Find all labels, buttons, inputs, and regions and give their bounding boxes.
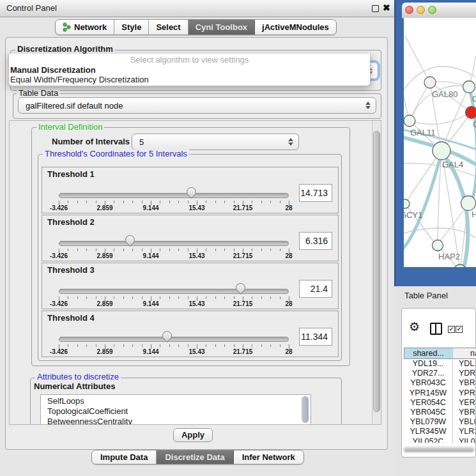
cell-name[interactable]: YBR0 [455, 408, 475, 417]
tick-mark [123, 344, 124, 347]
threshold-value-field[interactable]: 11.344 [299, 328, 332, 346]
cell-name[interactable]: YIL0 [455, 437, 475, 443]
dropdown-option-manual[interactable]: Manual Discretization [10, 65, 96, 75]
tab-cyni-toolbox[interactable]: Cyni Toolbox [188, 20, 255, 35]
table-data-combobox[interactable]: galFiltered.sif default node [18, 97, 376, 114]
cell-name[interactable]: YLR3 [455, 427, 475, 436]
network-window-titlebar [402, 3, 476, 19]
threshold-slider-track[interactable] [59, 289, 289, 294]
minimize-traffic-light[interactable] [417, 6, 425, 14]
table-row[interactable]: YPR145WYPR1 [404, 388, 475, 398]
table-row[interactable]: YIL052CYIL0 [404, 437, 475, 443]
tick-label: 21.715 [233, 300, 253, 307]
network-node[interactable] [433, 142, 450, 160]
zoom-traffic-light[interactable] [428, 6, 436, 14]
tab-style[interactable]: Style [114, 20, 149, 35]
column-header-shared-name[interactable]: shared... [404, 348, 453, 359]
tick-mark [114, 201, 114, 203]
slider-tick-labels: -3.4262.8599.14415.4321.71528 [42, 348, 338, 355]
threshold-slider-track[interactable] [59, 193, 289, 198]
tick-mark [178, 296, 179, 299]
cell-name[interactable]: YBR0 [455, 378, 475, 388]
tab-infer-network[interactable]: Infer Network [234, 450, 303, 464]
column-header-name[interactable]: na [452, 348, 476, 359]
network-node[interactable] [404, 199, 410, 208]
network-node[interactable] [463, 81, 475, 93]
tick-mark [86, 296, 87, 299]
tick-label: 2.859 [96, 348, 112, 355]
list-item[interactable]: SelfLoops [41, 396, 311, 406]
network-node[interactable] [461, 196, 476, 211]
cell-name[interactable]: YBL0 [455, 417, 475, 427]
threshold-value-field[interactable]: 6.316 [299, 232, 332, 250]
table-row[interactable]: YBL079WYBL0 [404, 417, 475, 427]
threshold-slider-track[interactable] [59, 241, 289, 246]
cell-shared-name[interactable]: YLR345W [404, 427, 452, 436]
apply-button[interactable]: Apply [173, 428, 213, 442]
table-row[interactable]: YDR27...YDR2 [404, 369, 475, 378]
list-item[interactable]: BetweennessCentrality [41, 417, 311, 425]
cell-shared-name[interactable]: YER054C [404, 398, 452, 408]
vertical-scrollbar[interactable] [372, 121, 381, 424]
cell-shared-name[interactable]: YBR043C [404, 378, 452, 388]
checkbox-icon[interactable]: ✓ [456, 326, 463, 333]
horizontal-scrollbar[interactable] [403, 447, 475, 453]
table-row[interactable]: YLR345WYLR3 [404, 427, 475, 436]
tick-mark [261, 296, 262, 299]
cell-shared-name[interactable]: YIL052C [404, 437, 452, 443]
tab-impute-data[interactable]: Impute Data [92, 450, 157, 464]
numerical-attributes-list[interactable]: SelfLoopsTopologicalCoefficientBetweenne… [40, 394, 311, 425]
threshold-value-field[interactable]: 14.713 [299, 184, 332, 202]
tab-jactivemnodules[interactable]: jActiveMNodules [255, 20, 336, 35]
table-row[interactable]: YBR043CYBR0 [404, 378, 475, 388]
cell-shared-name[interactable]: YPR145W [404, 388, 452, 398]
vertical-scrollbar-thumb[interactable] [373, 131, 380, 412]
tab-select[interactable]: Select [149, 20, 188, 35]
network-node-label: GCY1 [404, 210, 422, 220]
column-view-icon[interactable] [430, 323, 442, 335]
float-window-icon[interactable] [372, 5, 379, 12]
list-item[interactable]: TopologicalCoefficient [41, 406, 311, 417]
threshold-slider-track[interactable] [59, 337, 289, 342]
network-node-label: GAL4 [442, 160, 463, 169]
dropdown-option-equal-width[interactable]: Equal Width/Frequency Discretization [10, 75, 149, 84]
number-of-intervals-combobox[interactable]: 5 [132, 134, 299, 150]
network-node[interactable] [433, 240, 443, 251]
tick-label: -3.426 [50, 252, 68, 259]
table-data-group-title: Table Data [17, 89, 60, 98]
table-row[interactable]: YDL19...YDL1 [404, 359, 475, 369]
tick-mark [86, 344, 87, 347]
network-node[interactable] [466, 107, 476, 119]
cell-name[interactable]: YPR1 [455, 388, 475, 398]
network-canvas[interactable]: GAL80GCGAL11GAL4HGCY1HAP2 [404, 18, 476, 267]
list-scrollbar[interactable] [302, 396, 309, 423]
threshold-label: Threshold 3 [47, 265, 95, 275]
cell-shared-name[interactable]: YBL079W [404, 417, 452, 427]
horizontal-scrollbar-thumb[interactable] [404, 448, 473, 452]
tick-mark [132, 249, 133, 251]
network-node[interactable] [424, 77, 436, 88]
tick-label: 15.43 [188, 348, 204, 355]
cell-shared-name[interactable]: YDL19... [404, 359, 452, 369]
network-node-label: GAL80 [432, 89, 457, 99]
tick-mark [224, 201, 225, 203]
tab-discretize-data[interactable]: Discretize Data [157, 450, 233, 464]
table-panel-title: Table Panel [404, 291, 448, 300]
cell-shared-name[interactable]: YDR27... [404, 369, 452, 378]
table-row[interactable]: YBR045CYBR0 [404, 408, 475, 417]
cell-name[interactable]: YER0 [455, 398, 475, 408]
cell-shared-name[interactable]: YBR045C [404, 408, 452, 417]
table-row[interactable]: YER054CYER0 [404, 398, 475, 408]
close-traffic-light[interactable] [405, 6, 413, 14]
cell-name[interactable]: YDL1 [455, 359, 475, 369]
threshold-2-panel: Threshold 2 -3.4262.8599.14415.4321.7152… [42, 215, 339, 261]
checkbox-icon[interactable]: ✓ [448, 326, 455, 333]
threshold-1-panel: Threshold 1 -3.4262.8599.14415.4321.7152… [42, 167, 339, 213]
close-icon[interactable]: ✖ [383, 3, 390, 13]
threshold-value-field[interactable]: 21.4 [299, 280, 332, 298]
network-node[interactable] [404, 115, 415, 127]
tab-network[interactable]: Network [56, 20, 114, 35]
gear-icon[interactable]: ⚙ [409, 319, 420, 334]
dropdown-prompt-item[interactable]: Select algorithm to view settings [9, 55, 370, 65]
cell-name[interactable]: YDR2 [455, 369, 475, 378]
